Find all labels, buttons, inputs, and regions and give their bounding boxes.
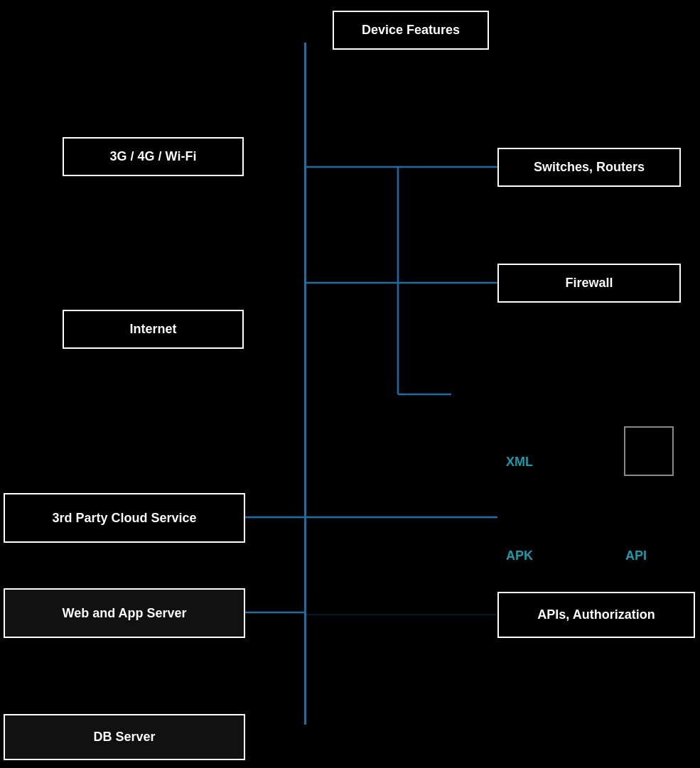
diagram-container: Device Features 3G / 4G / Wi-Fi Switches… (0, 0, 700, 768)
internet-box: Internet (63, 310, 244, 349)
device-features-box: Device Features (333, 11, 489, 50)
device-features-label: Device Features (362, 23, 460, 38)
connector-lines (0, 0, 700, 768)
firewall-box: Firewall (497, 264, 681, 303)
apk-label: APK (506, 548, 533, 563)
wifi-box: 3G / 4G / Wi-Fi (63, 137, 244, 176)
xml-label: XML (506, 455, 533, 470)
web-app-server-box: Web and App Server (4, 588, 245, 638)
wifi-label: 3G / 4G / Wi-Fi (110, 149, 197, 164)
apis-auth-box: APIs, Authorization (497, 592, 695, 638)
api-label: API (625, 548, 647, 563)
switches-routers-label: Switches, Routers (534, 160, 645, 175)
third-party-label: 3rd Party Cloud Service (52, 511, 196, 526)
internet-label: Internet (129, 322, 176, 337)
center-vertical-line (304, 43, 306, 725)
firewall-label: Firewall (565, 276, 613, 291)
db-server-box: DB Server (4, 714, 245, 760)
third-party-cloud-box: 3rd Party Cloud Service (4, 493, 245, 543)
small-box-xml (624, 426, 674, 476)
apis-auth-label: APIs, Authorization (537, 607, 655, 622)
switches-routers-box: Switches, Routers (497, 148, 681, 187)
web-app-server-label: Web and App Server (62, 606, 186, 621)
db-server-label: DB Server (93, 730, 155, 745)
